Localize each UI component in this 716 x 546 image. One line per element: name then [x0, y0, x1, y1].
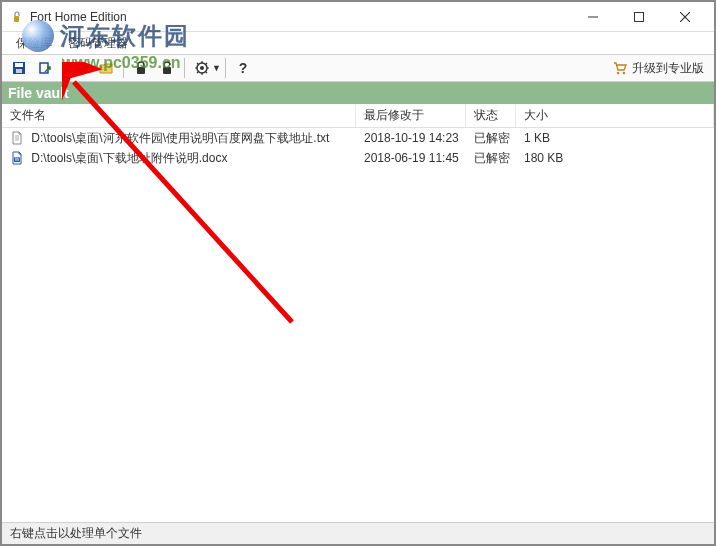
toolbar: ▼ ? 升级到专业版 [2, 54, 714, 82]
save-button[interactable] [7, 56, 31, 80]
svg-point-14 [617, 72, 619, 74]
lock-button[interactable] [129, 56, 153, 80]
help-button[interactable]: ? [231, 56, 255, 80]
maximize-button[interactable] [616, 3, 662, 31]
add-file-button[interactable] [68, 56, 92, 80]
menubar: 保险库 密码管理器 [2, 32, 714, 54]
svg-rect-6 [15, 63, 23, 67]
cell-status: 已解密 [466, 128, 516, 149]
svg-rect-10 [137, 67, 145, 74]
svg-point-13 [200, 66, 204, 70]
cell-date: 2018-10-19 14:23 [356, 129, 466, 147]
cell-size: 180 KB [516, 149, 714, 167]
settings-button[interactable] [190, 56, 214, 80]
statusbar: 右键点击以处理单个文件 [2, 522, 714, 544]
app-icon [8, 9, 24, 25]
toolbar-separator [123, 58, 124, 78]
titlebar: Fort Home Edition [2, 2, 714, 32]
file-icon: W [10, 151, 24, 165]
window-controls [570, 3, 708, 31]
window-title: Fort Home Edition [30, 10, 570, 24]
export-button[interactable] [33, 56, 57, 80]
svg-rect-0 [14, 16, 19, 22]
section-title: File vault [8, 85, 69, 101]
toolbar-separator [225, 58, 226, 78]
menu-vault[interactable]: 保险库 [8, 33, 60, 54]
svg-rect-8 [40, 63, 48, 73]
cell-filename: D:\tools\桌面\河东软件园\使用说明\百度网盘下载地址.txt [31, 131, 329, 145]
svg-text:W: W [15, 156, 20, 162]
cell-date: 2018-06-19 11:45 [356, 149, 466, 167]
cell-status: 已解密 [466, 148, 516, 169]
statusbar-text: 右键点击以处理单个文件 [10, 525, 142, 542]
svg-rect-2 [635, 12, 644, 21]
table-body: D:\tools\桌面\河东软件园\使用说明\百度网盘下载地址.txt 2018… [2, 128, 714, 168]
svg-rect-11 [163, 67, 171, 74]
svg-point-15 [623, 72, 625, 74]
toolbar-separator [184, 58, 185, 78]
column-size[interactable]: 大小 [516, 104, 714, 127]
column-modified[interactable]: 最后修改于 [356, 104, 466, 127]
table-row[interactable]: D:\tools\桌面\河东软件园\使用说明\百度网盘下载地址.txt 2018… [2, 128, 714, 148]
menu-password-manager[interactable]: 密码管理器 [60, 33, 136, 54]
cell-filename: D:\tools\桌面\下载地址附件说明.docx [31, 151, 227, 165]
close-button[interactable] [662, 3, 708, 31]
svg-rect-7 [16, 69, 22, 73]
unlock-button[interactable] [155, 56, 179, 80]
toolbar-separator [62, 58, 63, 78]
section-header: File vault [2, 82, 714, 104]
cell-size: 1 KB [516, 129, 714, 147]
file-icon [10, 131, 24, 145]
column-filename[interactable]: 文件名 [2, 104, 356, 127]
table-row[interactable]: W D:\tools\桌面\下载地址附件说明.docx 2018-06-19 1… [2, 148, 714, 168]
minimize-button[interactable] [570, 3, 616, 31]
table-header: 文件名 最后修改于 状态 大小 [2, 104, 714, 128]
upgrade-label: 升级到专业版 [632, 60, 704, 77]
settings-dropdown-icon[interactable]: ▼ [212, 63, 221, 73]
upgrade-button[interactable]: 升级到专业版 [606, 58, 710, 79]
add-folder-button[interactable] [94, 56, 118, 80]
column-status[interactable]: 状态 [466, 104, 516, 127]
cart-icon [612, 60, 628, 76]
file-table: 文件名 最后修改于 状态 大小 D:\tools\桌面\河东软件园\使用说明\百… [2, 104, 714, 168]
